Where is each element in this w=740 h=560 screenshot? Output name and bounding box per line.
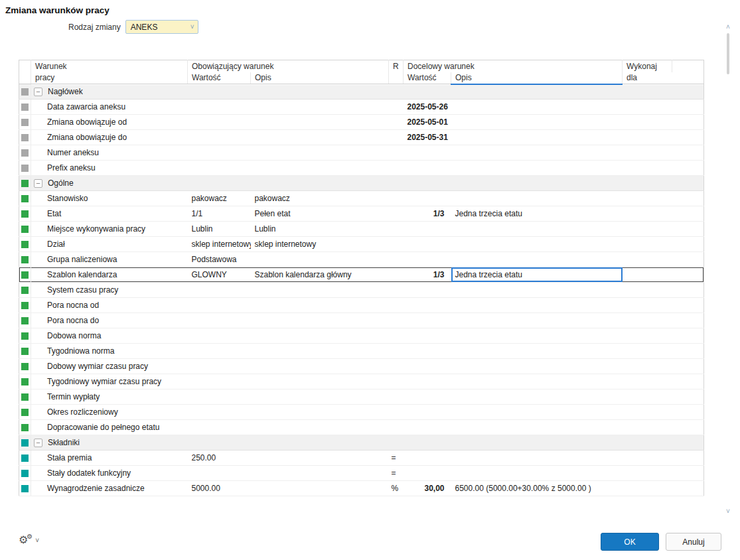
- grid-row[interactable]: Prefix aneksu: [19, 161, 704, 176]
- cell-r[interactable]: =: [389, 451, 404, 466]
- cell-r[interactable]: [389, 359, 404, 374]
- cell-docelowy-opis[interactable]: [451, 313, 623, 328]
- cell-wykonaj-dla[interactable]: [623, 359, 672, 374]
- cell-obowiazujacy-wartosc[interactable]: [188, 161, 251, 176]
- cell-docelowy-wartosc[interactable]: [404, 359, 451, 374]
- cell-docelowy-wartosc[interactable]: [404, 237, 451, 252]
- cell-docelowy-wartosc[interactable]: [404, 161, 451, 176]
- cell-warunek-pracy[interactable]: Termin wypłaty: [31, 389, 188, 405]
- grid-row[interactable]: Termin wypłaty: [19, 389, 704, 405]
- cell-docelowy-opis[interactable]: [451, 328, 623, 344]
- grid-row[interactable]: Szablon kalendarzaGLOWNYSzablon kalendar…: [19, 267, 704, 283]
- cell-docelowy-opis[interactable]: [451, 359, 623, 374]
- cell-obowiazujacy-wartosc[interactable]: Podstawowa: [188, 252, 251, 267]
- cell-r[interactable]: [389, 237, 404, 252]
- grid-row[interactable]: Wynagrodzenie zasadnicze5000.00%30,00650…: [19, 481, 704, 496]
- cell-obowiazujacy-opis[interactable]: [251, 252, 389, 267]
- cell-wykonaj-dla[interactable]: [623, 100, 672, 115]
- cell-docelowy-wartosc[interactable]: [404, 451, 451, 466]
- cell-r[interactable]: [389, 344, 404, 359]
- cell-wykonaj-dla[interactable]: [623, 328, 672, 344]
- cell-wykonaj-dla[interactable]: [623, 191, 672, 206]
- cell-docelowy-wartosc[interactable]: [404, 298, 451, 313]
- cell-docelowy-wartosc[interactable]: [404, 191, 451, 206]
- cell-r[interactable]: [389, 328, 404, 344]
- settings-button[interactable]: ⚙ ⚙ ˅: [19, 533, 39, 545]
- cell-obowiazujacy-opis[interactable]: Szablon kalendarza główny: [251, 267, 389, 283]
- cell-warunek-pracy[interactable]: Miejsce wykonywania pracy: [31, 222, 188, 237]
- cell-docelowy-wartosc[interactable]: [404, 252, 451, 267]
- cell-r[interactable]: [389, 374, 404, 389]
- cell-docelowy-wartosc[interactable]: [404, 313, 451, 328]
- cell-wykonaj-dla[interactable]: [623, 115, 672, 130]
- cell-docelowy-wartosc[interactable]: 2025-05-31: [404, 130, 451, 145]
- cell-obowiazujacy-opis[interactable]: [251, 328, 389, 344]
- cell-obowiazujacy-opis[interactable]: [251, 374, 389, 389]
- grid-row[interactable]: Stała premia250.00=: [19, 451, 704, 466]
- cell-docelowy-opis[interactable]: [451, 237, 623, 252]
- cell-warunek-pracy[interactable]: Dział: [31, 237, 188, 252]
- grid-row[interactable]: System czasu pracy: [19, 283, 704, 298]
- cell-docelowy-opis[interactable]: [451, 283, 623, 298]
- cell-docelowy-wartosc[interactable]: 30,00: [404, 481, 451, 496]
- cell-r[interactable]: [389, 191, 404, 206]
- cell-warunek-pracy[interactable]: Etat: [31, 206, 188, 222]
- cell-obowiazujacy-wartosc[interactable]: [188, 359, 251, 374]
- cell-wykonaj-dla[interactable]: [623, 298, 672, 313]
- grid-row[interactable]: Dopracowanie do pełnego etatu: [19, 420, 704, 435]
- cell-warunek-pracy[interactable]: Zmiana obowiązuje do: [31, 130, 188, 145]
- cell-obowiazujacy-opis[interactable]: [251, 405, 389, 420]
- cell-obowiazujacy-wartosc[interactable]: [188, 344, 251, 359]
- collapse-icon[interactable]: −: [34, 439, 42, 447]
- cell-obowiazujacy-opis[interactable]: [251, 359, 389, 374]
- cell-wykonaj-dla[interactable]: [623, 145, 672, 161]
- cell-r[interactable]: [389, 283, 404, 298]
- cell-warunek-pracy[interactable]: Szablon kalendarza: [31, 267, 188, 283]
- col-header-obowiazujacy-opis[interactable]: Opis: [251, 72, 389, 84]
- cell-docelowy-opis[interactable]: [451, 451, 623, 466]
- cell-docelowy-wartosc[interactable]: [404, 344, 451, 359]
- cell-wykonaj-dla[interactable]: [623, 481, 672, 496]
- cell-wykonaj-dla[interactable]: [623, 466, 672, 481]
- cell-docelowy-opis[interactable]: [451, 145, 623, 161]
- col-header-docelowy-warunek[interactable]: Docelowy warunek: [404, 60, 623, 72]
- cell-warunek-pracy[interactable]: Stanowisko: [31, 191, 188, 206]
- cell-docelowy-wartosc[interactable]: [404, 145, 451, 161]
- cell-obowiazujacy-wartosc[interactable]: 1/1: [188, 206, 251, 222]
- cell-warunek-pracy[interactable]: Data zawarcia aneksu: [31, 100, 188, 115]
- grid-row[interactable]: Tygodniowy wymiar czasu pracy: [19, 374, 704, 389]
- cell-docelowy-opis[interactable]: [451, 115, 623, 130]
- cell-warunek-pracy[interactable]: System czasu pracy: [31, 283, 188, 298]
- cell-obowiazujacy-wartosc[interactable]: 5000.00: [188, 481, 251, 496]
- cell-wykonaj-dla[interactable]: [623, 237, 672, 252]
- cell-wykonaj-dla[interactable]: [623, 252, 672, 267]
- grid-row[interactable]: Dobowa norma: [19, 328, 704, 344]
- grid-row[interactable]: Zmiana obowiązuje do2025-05-31: [19, 130, 704, 145]
- col-header-dla[interactable]: dla: [623, 72, 672, 84]
- cell-obowiazujacy-opis[interactable]: Pełen etat: [251, 206, 389, 222]
- cell-warunek-pracy[interactable]: Pora nocna od: [31, 298, 188, 313]
- cell-obowiazujacy-wartosc[interactable]: GLOWNY: [188, 267, 251, 283]
- cell-wykonaj-dla[interactable]: [623, 389, 672, 405]
- cell-obowiazujacy-opis[interactable]: [251, 161, 389, 176]
- cell-docelowy-opis[interactable]: [451, 191, 623, 206]
- cell-warunek-pracy[interactable]: Numer aneksu: [31, 145, 188, 161]
- cell-wykonaj-dla[interactable]: [623, 283, 672, 298]
- cell-docelowy-wartosc[interactable]: [404, 405, 451, 420]
- cell-obowiazujacy-wartosc[interactable]: [188, 420, 251, 435]
- grid-row[interactable]: Stały dodatek funkcyjny=: [19, 466, 704, 481]
- cell-obowiazujacy-wartosc[interactable]: [188, 374, 251, 389]
- cell-obowiazujacy-wartosc[interactable]: [188, 298, 251, 313]
- cell-r[interactable]: [389, 389, 404, 405]
- cell-obowiazujacy-opis[interactable]: Lublin: [251, 222, 389, 237]
- col-header-wykonaj[interactable]: Wykonaj: [623, 60, 672, 72]
- cell-wykonaj-dla[interactable]: [623, 405, 672, 420]
- cell-obowiazujacy-wartosc[interactable]: pakowacz: [188, 191, 251, 206]
- col-header-obowiazujacy-wartosc[interactable]: Wartość: [188, 72, 251, 84]
- cell-warunek-pracy[interactable]: Tygodniowy wymiar czasu pracy: [31, 374, 188, 389]
- cell-docelowy-opis[interactable]: [451, 161, 623, 176]
- grid-row[interactable]: Stanowiskopakowaczpakowacz: [19, 191, 704, 206]
- collapse-icon[interactable]: −: [34, 88, 42, 96]
- cell-docelowy-wartosc[interactable]: [404, 222, 451, 237]
- cell-obowiazujacy-opis[interactable]: [251, 451, 389, 466]
